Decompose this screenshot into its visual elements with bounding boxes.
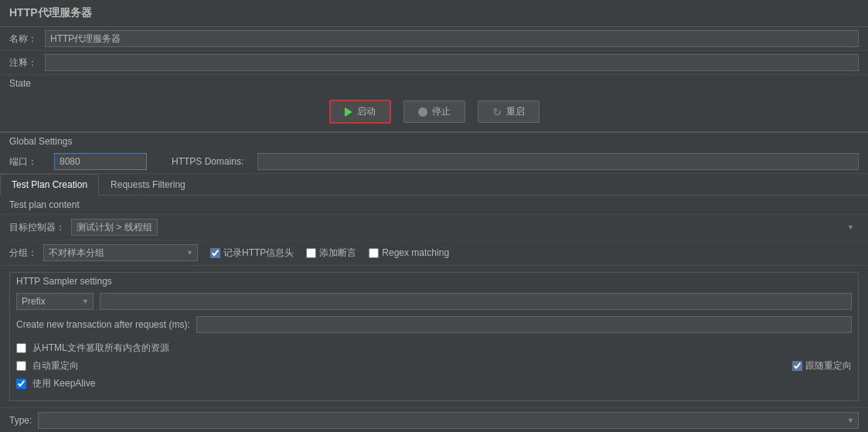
state-label: State: [0, 75, 868, 92]
option-row-1: 自动重定向 跟随重定向: [16, 357, 852, 375]
global-settings-label: Global Settings: [0, 132, 868, 150]
tab-test-plan-creation[interactable]: Test Plan Creation: [0, 174, 99, 196]
option-row-0: 从HTML文件篡取所有内含的资源: [16, 339, 852, 357]
add-comment-checkbox[interactable]: [306, 248, 316, 258]
https-label: HTTPS Domains:: [172, 156, 243, 167]
state-buttons: 启动 停止 ↺ 重启: [0, 92, 868, 131]
grouping-select[interactable]: 不对样本分组: [43, 244, 198, 261]
tab-requests-filtering[interactable]: Requests Filtering: [99, 174, 197, 196]
target-label: 目标控制器：: [9, 221, 65, 234]
stop-button[interactable]: 停止: [403, 100, 465, 123]
option-label-2: 使用 KeepAlive: [32, 377, 95, 390]
prefix-row: Prefix: [10, 290, 858, 313]
start-icon: [345, 107, 352, 117]
restart-icon: ↺: [492, 106, 502, 118]
stop-label: 停止: [432, 105, 451, 118]
option-label-1: 自动重定向: [32, 359, 79, 372]
grouping-row: 分组： 不对样本分组 记录HTTP信息头 添加断言 Regex matching: [0, 240, 868, 266]
follow-redirect-label: 跟随重定向: [805, 359, 852, 372]
record-http-label: 记录HTTP信息头: [223, 247, 294, 260]
add-comment-label: 添加断言: [319, 247, 356, 260]
restart-button[interactable]: ↺ 重启: [478, 100, 540, 123]
comment-row: 注释：: [0, 51, 868, 75]
follow-redirect-checkbox[interactable]: [792, 361, 802, 371]
regex-label: Regex matching: [382, 247, 449, 258]
comment-input[interactable]: [45, 54, 859, 71]
record-http-checkbox-group: 记录HTTP信息头: [210, 247, 294, 260]
name-input[interactable]: [45, 30, 859, 47]
type-select-wrapper: [38, 412, 859, 429]
grouping-select-wrapper: 不对样本分组: [43, 244, 198, 261]
global-settings-row: 端口： HTTPS Domains:: [0, 150, 868, 174]
transaction-input[interactable]: [196, 316, 852, 333]
target-controller-row: 目标控制器： 测试计划 > 线程组: [0, 215, 868, 240]
grouping-label: 分组：: [9, 247, 37, 260]
option-row-2: 使用 KeepAlive: [16, 375, 852, 393]
options-rows: 从HTML文件篡取所有内含的资源 自动重定向 跟随重定向 使用 KeepAliv…: [10, 336, 858, 396]
prefix-select-wrapper: Prefix: [16, 293, 94, 310]
target-select[interactable]: 测试计划 > 线程组: [71, 219, 158, 236]
tabs-container: Test Plan Creation Requests Filtering: [0, 174, 868, 196]
tab-content-test-plan: Test plan content 目标控制器： 测试计划 > 线程组 分组： …: [0, 196, 868, 432]
option-checkbox-1[interactable]: [16, 361, 26, 371]
start-label: 启动: [357, 105, 376, 118]
option-checkbox-0[interactable]: [16, 343, 26, 353]
restart-label: 重启: [506, 105, 525, 118]
https-input[interactable]: [257, 153, 859, 170]
type-row: Type:: [0, 407, 868, 432]
type-select[interactable]: [38, 412, 859, 429]
name-label: 名称：: [9, 32, 40, 46]
panel-title: HTTP代理服务器: [0, 0, 868, 27]
stop-icon: [418, 107, 427, 117]
port-label: 端口：: [9, 155, 40, 168]
start-button[interactable]: 启动: [329, 100, 391, 124]
target-select-wrapper: 测试计划 > 线程组: [71, 219, 859, 236]
state-section: State 启动 停止 ↺ 重启: [0, 75, 868, 132]
regex-checkbox-group: Regex matching: [369, 247, 449, 258]
prefix-text-input[interactable]: [100, 293, 852, 310]
follow-redirect-group: 跟随重定向: [792, 359, 852, 372]
transaction-row: Create new transaction after request (ms…: [10, 313, 858, 336]
regex-checkbox[interactable]: [369, 248, 379, 258]
record-http-checkbox[interactable]: [210, 248, 220, 258]
option-checkbox-2[interactable]: [16, 379, 26, 389]
http-sampler-section: HTTP Sampler settings Prefix Create new …: [9, 272, 859, 401]
type-label: Type:: [9, 415, 32, 426]
prefix-select[interactable]: Prefix: [16, 293, 94, 310]
option-label-0: 从HTML文件篡取所有内含的资源: [32, 342, 169, 355]
transaction-label: Create new transaction after request (ms…: [16, 319, 190, 330]
comment-label: 注释：: [9, 56, 40, 70]
sampler-title: HTTP Sampler settings: [10, 273, 858, 290]
add-comment-checkbox-group: 添加断言: [306, 247, 356, 260]
test-plan-content-header: Test plan content: [0, 196, 868, 215]
name-row: 名称：: [0, 27, 868, 51]
port-input[interactable]: [54, 153, 147, 170]
